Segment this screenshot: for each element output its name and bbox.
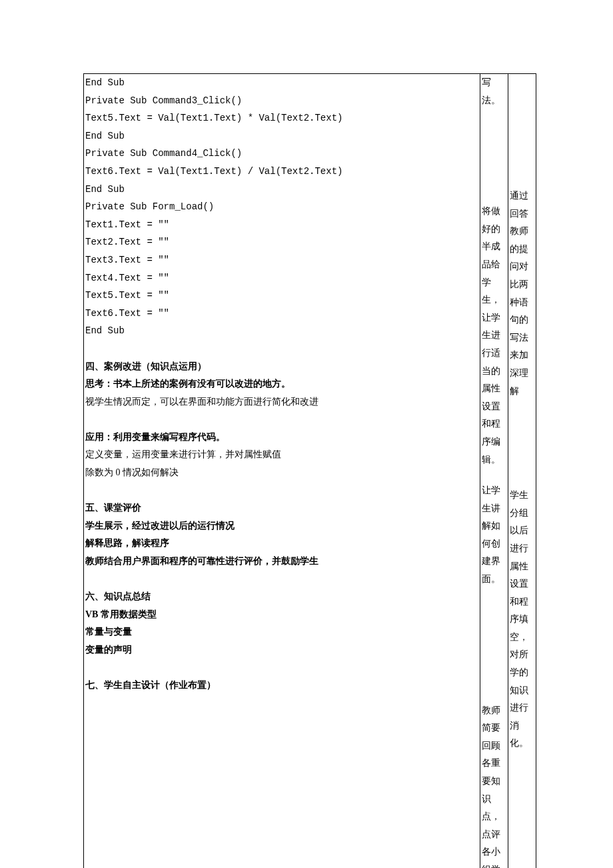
section-4-apply-line: 定义变量，运用变量来进行计算，并对属性赋值: [85, 446, 478, 464]
code-line: Private Sub Command3_Click(): [85, 92, 478, 110]
code-line: Text6.Text = Val(Text1.Text) / Val(Text2…: [85, 163, 478, 181]
student-activity-cell: 通过回答教师的提问对比两种语句的写法来加深理解 学生分组以后进行属性设置和程序填…: [508, 74, 536, 869]
right-p1: 通过回答教师的提问对比两种语句的写法来加深理解: [510, 187, 534, 400]
section-5-line: 教师结合用户界面和程序的可靠性进行评价，并鼓励学生: [85, 553, 478, 571]
section-4-apply-title: 应用：利用变量来编写程序代码。: [85, 429, 478, 447]
teacher-activity-cell: 写法。 将做好的半成品给学生，让学生进行适当的属性设置和程序编辑。 让学生讲解如…: [480, 74, 508, 869]
section-5-line: 学生展示，经过改进以后的运行情况: [85, 517, 478, 535]
code-line: Private Sub Form_Load(): [85, 198, 478, 216]
lesson-table: End Sub Private Sub Command3_Click() Tex…: [83, 73, 536, 868]
code-line: Text5.Text = "": [85, 287, 478, 305]
code-line: End Sub: [85, 181, 478, 199]
section-6-title: 六、知识点总结: [85, 588, 478, 606]
code-line: Text1.Text = "": [85, 216, 478, 234]
section-4-apply-line: 除数为 0 情况如何解决: [85, 464, 478, 482]
section-7-title: 七、学生自主设计（作业布置）: [85, 677, 478, 695]
section-6-line: VB 常用数据类型: [85, 606, 478, 624]
mid-p1: 写法。: [482, 74, 506, 109]
mid-p3: 让学生讲解如何创建界面。: [482, 482, 506, 589]
document-page: End Sub Private Sub Command3_Click() Tex…: [0, 0, 613, 868]
right-p2: 学生分组以后进行属性设置和程序填空，对所学的知识进行消化。: [510, 487, 534, 753]
code-line: Text2.Text = "": [85, 233, 478, 251]
code-line: Text4.Text = "": [85, 269, 478, 287]
code-line: Private Sub Command4_Click(): [85, 145, 478, 163]
code-line: End Sub: [85, 74, 478, 92]
code-line: End Sub: [85, 322, 478, 340]
mid-p4: 教师简要回顾各重要知识点，点评各小组学生代表的表现；: [482, 702, 506, 868]
code-line: Text6.Text = "": [85, 305, 478, 323]
section-4-note: 视学生情况而定，可以在界面和功能方面进行简化和改进: [85, 393, 478, 411]
section-6-line: 变量的声明: [85, 641, 478, 659]
section-4-think: 思考：书本上所述的案例有没有可以改进的地方。: [85, 375, 478, 393]
code-line: Text3.Text = "": [85, 251, 478, 269]
section-4-title: 四、案例改进（知识点运用）: [85, 358, 478, 376]
section-5-line: 解释思路，解读程序: [85, 535, 478, 553]
main-content-cell: End Sub Private Sub Command3_Click() Tex…: [84, 74, 480, 869]
section-6-line: 常量与变量: [85, 623, 478, 641]
section-5-title: 五、课堂评价: [85, 499, 478, 517]
table-row: End Sub Private Sub Command3_Click() Tex…: [84, 74, 536, 869]
code-line: Text5.Text = Val(Text1.Text) * Val(Text2…: [85, 109, 478, 127]
mid-p2: 将做好的半成品给学生，让学生进行适当的属性设置和程序编辑。: [482, 203, 506, 469]
code-line: End Sub: [85, 127, 478, 145]
